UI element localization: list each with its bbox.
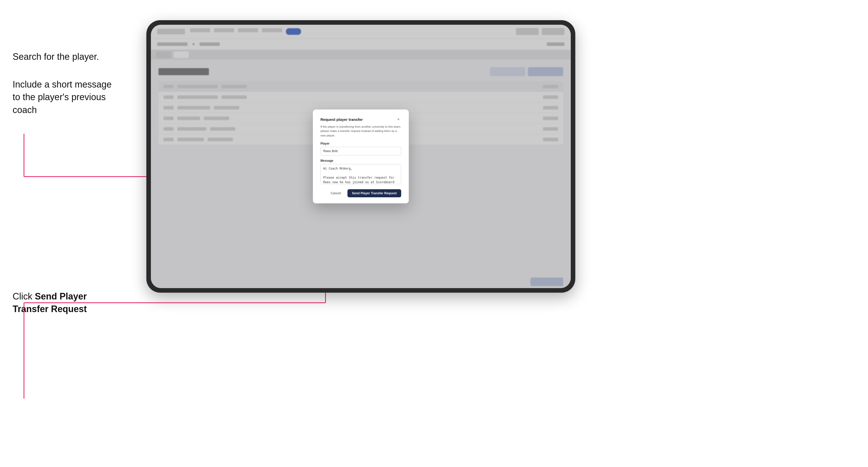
annotation-click-prefix: Click	[12, 291, 35, 302]
player-input[interactable]	[320, 147, 401, 155]
message-textarea[interactable]: Hi Coach McHarg, Please accept this tran…	[320, 164, 401, 184]
transfer-request-modal: Request player transfer × If the player …	[313, 110, 409, 204]
modal-description: If the player is transferring from anoth…	[320, 125, 401, 138]
modal-overlay: Request player transfer × If the player …	[151, 25, 571, 288]
annotation-search: Search for the player.	[12, 51, 99, 63]
modal-header: Request player transfer ×	[320, 117, 401, 122]
annotation-click: Click Send PlayerTransfer Request	[12, 290, 108, 316]
modal-footer: Cancel Send Player Transfer Request	[320, 189, 401, 197]
message-label: Message	[320, 159, 401, 162]
tablet-screen: Request player transfer × If the player …	[151, 25, 571, 288]
player-label: Player	[320, 142, 401, 145]
modal-title: Request player transfer	[320, 117, 363, 122]
tablet-device: Request player transfer × If the player …	[146, 20, 575, 293]
cancel-button[interactable]: Cancel	[327, 189, 345, 197]
send-transfer-request-button[interactable]: Send Player Transfer Request	[347, 189, 401, 197]
annotation-message: Include a short messageto the player's p…	[12, 78, 124, 116]
modal-close-button[interactable]: ×	[396, 117, 401, 122]
